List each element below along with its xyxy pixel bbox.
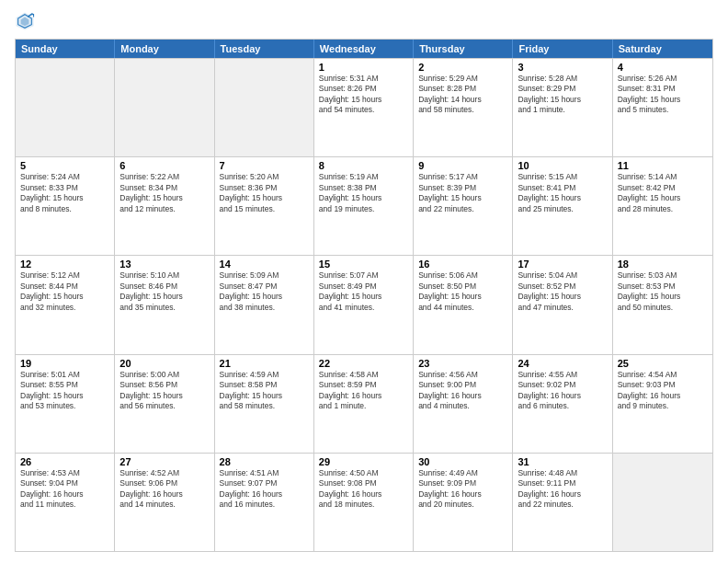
day-info-line: Daylight: 15 hours — [20, 292, 109, 302]
day-info-line: and 41 minutes. — [319, 303, 408, 313]
day-number: 17 — [518, 259, 607, 270]
day-info-line: Daylight: 15 hours — [319, 193, 408, 203]
day-info-line: and 38 minutes. — [220, 303, 309, 313]
day-info-line: Daylight: 15 hours — [618, 292, 708, 302]
calendar: SundayMondayTuesdayWednesdayThursdayFrid… — [15, 39, 713, 552]
day-number: 26 — [20, 456, 109, 467]
day-info-line: Sunrise: 5:24 AM — [20, 172, 109, 182]
day-info-line: Sunset: 8:38 PM — [319, 183, 408, 193]
day-info-line: Sunrise: 5:04 AM — [518, 270, 607, 281]
day-cell-17: 17Sunrise: 5:04 AMSunset: 8:52 PMDayligh… — [513, 256, 612, 353]
day-info-line: Sunrise: 4:49 AM — [418, 468, 507, 478]
day-cell-30: 30Sunrise: 4:49 AMSunset: 9:09 PMDayligh… — [414, 454, 513, 551]
day-info-line: Sunrise: 5:17 AM — [418, 172, 507, 182]
day-info-line: Sunrise: 4:52 AM — [119, 468, 209, 478]
day-info-line: Sunrise: 5:31 AM — [319, 74, 408, 84]
day-number: 7 — [220, 160, 309, 171]
day-cell-16: 16Sunrise: 5:06 AMSunset: 8:50 PMDayligh… — [414, 256, 513, 353]
day-info-line: and 19 minutes. — [319, 204, 408, 214]
day-info-line: Daylight: 15 hours — [220, 193, 309, 203]
day-info-line: and 5 minutes. — [618, 105, 708, 115]
calendar-row-4: 26Sunrise: 4:53 AMSunset: 9:04 PMDayligh… — [16, 453, 712, 551]
day-info-line: Daylight: 15 hours — [518, 95, 607, 105]
day-info-line: Daylight: 15 hours — [119, 292, 209, 302]
day-cell-8: 8Sunrise: 5:19 AMSunset: 8:38 PMDaylight… — [314, 157, 414, 255]
day-info-line: and 50 minutes. — [618, 303, 708, 313]
day-cell-18: 18Sunrise: 5:03 AMSunset: 8:53 PMDayligh… — [613, 256, 712, 353]
day-info-line: Daylight: 16 hours — [518, 391, 607, 401]
day-number: 16 — [418, 259, 507, 270]
day-info-line: Daylight: 16 hours — [319, 391, 408, 401]
day-cell-5: 5Sunrise: 5:24 AMSunset: 8:33 PMDaylight… — [16, 157, 115, 255]
day-info-line: Sunrise: 5:03 AM — [618, 270, 708, 281]
day-info-line: Sunset: 8:39 PM — [418, 183, 507, 193]
calendar-row-2: 12Sunrise: 5:12 AMSunset: 8:44 PMDayligh… — [16, 255, 712, 353]
day-info-line: Sunset: 8:58 PM — [220, 380, 309, 390]
day-number: 11 — [618, 160, 708, 171]
day-cell-27: 27Sunrise: 4:52 AMSunset: 9:06 PMDayligh… — [115, 454, 214, 551]
day-number: 15 — [319, 259, 408, 270]
day-number: 24 — [518, 358, 607, 369]
day-info-line: Sunset: 9:08 PM — [319, 478, 408, 488]
day-info-line: Daylight: 15 hours — [319, 292, 408, 302]
day-cell-21: 21Sunrise: 4:59 AMSunset: 8:58 PMDayligh… — [215, 355, 314, 453]
day-number: 30 — [418, 456, 507, 467]
day-info-line: Sunset: 9:07 PM — [220, 478, 309, 488]
day-info-line: and 28 minutes. — [618, 204, 708, 214]
day-info-line: and 16 minutes. — [220, 500, 309, 510]
day-info-line: Daylight: 15 hours — [418, 292, 507, 302]
day-number: 9 — [418, 160, 507, 171]
day-info-line: Daylight: 15 hours — [119, 391, 209, 401]
day-info-line: Sunset: 8:34 PM — [119, 183, 209, 193]
day-info-line: Sunset: 9:09 PM — [418, 478, 507, 488]
day-info-line: and 53 minutes. — [20, 401, 109, 411]
header — [15, 11, 713, 31]
day-info-line: Sunset: 8:33 PM — [20, 183, 109, 193]
day-number: 1 — [319, 62, 408, 73]
day-cell-26: 26Sunrise: 4:53 AMSunset: 9:04 PMDayligh… — [16, 454, 115, 551]
calendar-body: 1Sunrise: 5:31 AMSunset: 8:26 PMDaylight… — [16, 58, 712, 551]
day-info-line: Daylight: 16 hours — [319, 489, 408, 500]
day-info-line: Daylight: 15 hours — [220, 292, 309, 302]
day-cell-20: 20Sunrise: 5:00 AMSunset: 8:56 PMDayligh… — [115, 355, 214, 453]
day-number: 20 — [119, 358, 209, 369]
day-cell-19: 19Sunrise: 5:01 AMSunset: 8:55 PMDayligh… — [16, 355, 115, 453]
day-info-line: Sunset: 8:29 PM — [518, 84, 607, 94]
day-info-line: Daylight: 15 hours — [20, 193, 109, 203]
day-cell-28: 28Sunrise: 4:51 AMSunset: 9:07 PMDayligh… — [215, 454, 314, 551]
day-info-line: Daylight: 15 hours — [518, 292, 607, 302]
day-cell-13: 13Sunrise: 5:10 AMSunset: 8:46 PMDayligh… — [115, 256, 214, 353]
day-number: 28 — [220, 456, 309, 467]
day-info-line: and 35 minutes. — [119, 303, 209, 313]
day-info-line: and 14 minutes. — [119, 500, 209, 510]
day-info-line: Sunrise: 5:01 AM — [20, 370, 109, 380]
day-info-line: Sunrise: 5:14 AM — [618, 172, 708, 182]
day-info-line: and 54 minutes. — [319, 105, 408, 115]
page: SundayMondayTuesdayWednesdayThursdayFrid… — [0, 0, 728, 563]
calendar-header: SundayMondayTuesdayWednesdayThursdayFrid… — [16, 40, 712, 58]
day-info-line: Daylight: 16 hours — [618, 391, 708, 401]
day-number: 14 — [220, 259, 309, 270]
day-info-line: Sunrise: 4:59 AM — [220, 370, 309, 380]
day-number: 18 — [618, 259, 708, 270]
day-info-line: and 9 minutes. — [618, 401, 708, 411]
day-cell-12: 12Sunrise: 5:12 AMSunset: 8:44 PMDayligh… — [16, 256, 115, 353]
day-info-line: Daylight: 16 hours — [20, 489, 109, 500]
weekday-header-thursday: Thursday — [414, 40, 513, 58]
day-info-line: Sunset: 8:36 PM — [220, 183, 309, 193]
calendar-row-0: 1Sunrise: 5:31 AMSunset: 8:26 PMDaylight… — [16, 58, 712, 156]
day-info-line: Daylight: 15 hours — [518, 193, 607, 203]
day-cell-22: 22Sunrise: 4:58 AMSunset: 8:59 PMDayligh… — [314, 355, 414, 453]
day-info-line: and 8 minutes. — [20, 204, 109, 214]
calendar-row-1: 5Sunrise: 5:24 AMSunset: 8:33 PMDaylight… — [16, 156, 712, 255]
day-info-line: Sunrise: 4:56 AM — [418, 370, 507, 380]
day-info-line: and 25 minutes. — [518, 204, 607, 214]
empty-cell-0-2 — [215, 59, 314, 156]
day-info-line: Sunrise: 5:29 AM — [418, 74, 507, 84]
logo — [15, 11, 39, 31]
day-info-line: Sunset: 8:26 PM — [319, 84, 408, 94]
calendar-row-3: 19Sunrise: 5:01 AMSunset: 8:55 PMDayligh… — [16, 354, 712, 453]
day-info-line: and 44 minutes. — [418, 303, 507, 313]
day-info-line: Daylight: 16 hours — [418, 391, 507, 401]
day-info-line: Sunset: 8:47 PM — [220, 282, 309, 292]
